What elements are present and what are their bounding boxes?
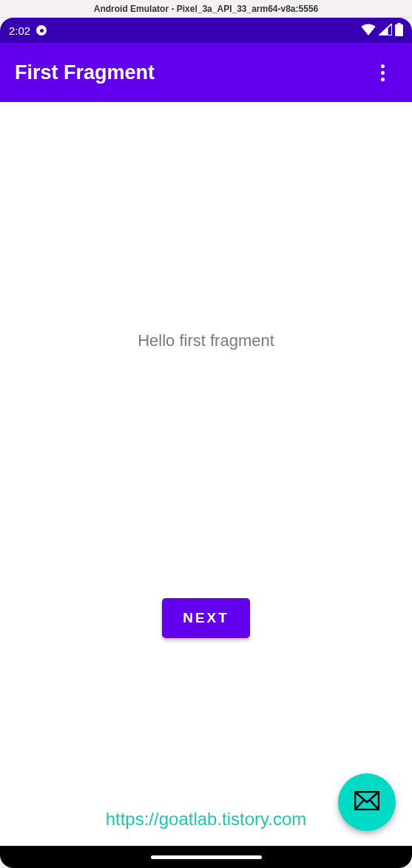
more-vert-icon [381, 63, 385, 83]
emulator-title-text: Android Emulator - Pixel_3a_API_33_arm64… [94, 4, 318, 14]
status-time: 2:02 [9, 24, 30, 37]
app-bar: First Fragment [0, 43, 412, 102]
next-button[interactable]: NEXT [162, 598, 250, 638]
wifi-icon [361, 24, 376, 38]
fragment-content: Hello first fragment NEXT [0, 102, 412, 846]
status-bar-right [361, 23, 403, 38]
status-bar: 2:02 [0, 18, 412, 43]
svg-rect-0 [395, 24, 403, 35]
overflow-menu-button[interactable] [368, 58, 397, 87]
navigation-bar [0, 846, 412, 868]
mail-icon [354, 791, 379, 813]
emulator-title-bar: Android Emulator - Pixel_3a_API_33_arm64… [0, 0, 412, 18]
cellular-signal-icon [379, 24, 392, 38]
watermark-url: https://goatlab.tistory.com [106, 809, 307, 830]
hello-text-label: Hello first fragment [138, 331, 274, 350]
fab-mail-button[interactable] [338, 773, 396, 831]
home-gesture-pill[interactable] [151, 855, 262, 859]
notification-indicator-icon [36, 25, 47, 35]
app-bar-title: First Fragment [15, 61, 155, 84]
device-frame: 2:02 First Fragment Hello first frag [0, 18, 412, 868]
svg-rect-1 [397, 23, 401, 25]
battery-icon [395, 23, 403, 38]
status-bar-left: 2:02 [9, 24, 47, 37]
